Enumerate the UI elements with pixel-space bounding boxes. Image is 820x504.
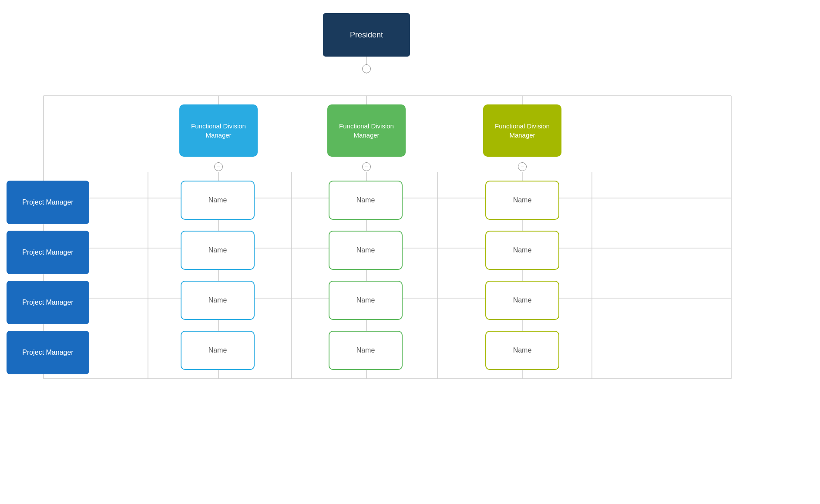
president-collapse-icon[interactable]: −	[362, 64, 371, 73]
fdm-blue-collapse-icon[interactable]: −	[214, 162, 223, 171]
name-box-green-3[interactable]: Name	[329, 281, 403, 320]
name-box-yellow-3[interactable]: Name	[485, 281, 559, 320]
name-box-blue-3[interactable]: Name	[181, 281, 255, 320]
name-box-yellow-1[interactable]: Name	[485, 181, 559, 220]
fdm-node-yellow[interactable]: Functional DivisionManager	[483, 104, 561, 157]
fdm-node-green[interactable]: Functional DivisionManager	[327, 104, 406, 157]
chart-container: President − Functional DivisionManager −…	[0, 0, 820, 504]
name-box-blue-4[interactable]: Name	[181, 331, 255, 370]
fdm-green-collapse-icon[interactable]: −	[362, 162, 371, 171]
fdm-node-blue[interactable]: Functional DivisionManager	[179, 104, 258, 157]
name-box-blue-1[interactable]: Name	[181, 181, 255, 220]
connector-lines	[0, 0, 820, 504]
pm-node-1[interactable]: Project Manager	[7, 181, 89, 224]
name-box-blue-2[interactable]: Name	[181, 231, 255, 270]
fdm-yellow-collapse-icon[interactable]: −	[518, 162, 527, 171]
pm-node-2[interactable]: Project Manager	[7, 231, 89, 274]
name-box-green-2[interactable]: Name	[329, 231, 403, 270]
name-box-green-4[interactable]: Name	[329, 331, 403, 370]
name-box-green-1[interactable]: Name	[329, 181, 403, 220]
pm-node-3[interactable]: Project Manager	[7, 281, 89, 324]
name-box-yellow-2[interactable]: Name	[485, 231, 559, 270]
president-node[interactable]: President	[323, 13, 410, 57]
name-box-yellow-4[interactable]: Name	[485, 331, 559, 370]
pm-node-4[interactable]: Project Manager	[7, 331, 89, 374]
